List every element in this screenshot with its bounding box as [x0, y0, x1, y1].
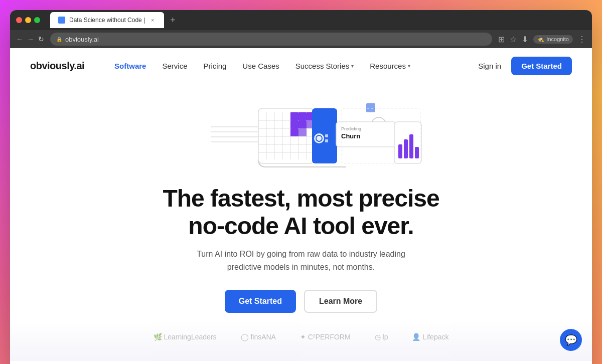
maximize-button[interactable] — [34, 17, 40, 23]
reload-button[interactable]: ↻ — [38, 35, 44, 43]
address-input[interactable]: 🔒 obviously.ai — [50, 33, 492, 46]
tab-bar: Data Science without Code | × + — [50, 12, 586, 28]
hero-title: The fastest, most precise no-code AI too… — [150, 185, 452, 240]
svg-rect-23 — [298, 120, 307, 128]
incognito-label: Incognito — [546, 36, 569, 42]
close-button[interactable] — [16, 17, 22, 23]
nav-right: Sign in Get Started — [478, 57, 572, 75]
svg-rect-20 — [298, 112, 307, 120]
svg-rect-30 — [325, 134, 328, 137]
lock-icon: 🔒 — [56, 37, 62, 42]
sign-in-button[interactable]: Sign in — [478, 62, 501, 70]
browser-window: Data Science without Code | × + ← → ↻ 🔒 … — [10, 10, 592, 364]
incognito-badge: 🕵 Incognito — [533, 35, 573, 44]
nav-pricing[interactable]: Pricing — [204, 62, 227, 70]
navbar: obviously.ai Software Service Pricing Us… — [10, 48, 592, 84]
chat-bubble-button[interactable]: 💬 — [560, 329, 582, 351]
cta-buttons: Get Started Learn More — [225, 290, 378, 313]
tab-close-button[interactable]: × — [149, 17, 156, 24]
svg-rect-36 — [398, 144, 402, 158]
nav-buttons: ← → ↻ — [16, 35, 44, 43]
menu-icon[interactable]: ⋮ — [578, 35, 586, 44]
nav-service[interactable]: Service — [162, 62, 187, 70]
svg-rect-0 — [366, 103, 375, 112]
page-content: obviously.ai Software Service Pricing Us… — [10, 48, 592, 361]
svg-rect-37 — [404, 139, 408, 158]
bookmark-icon[interactable]: ☆ — [510, 35, 517, 44]
nav-software[interactable]: Software — [114, 62, 146, 70]
extensions-icon: ⊞ — [498, 35, 505, 44]
minimize-button[interactable] — [25, 17, 31, 23]
resources-chevron-icon: ▾ — [408, 63, 410, 69]
get-started-nav-button[interactable]: Get Started — [511, 57, 572, 75]
toolbar-right: ⊞ ☆ ⬇ 🕵 Incognito ⋮ — [498, 35, 586, 44]
svg-rect-31 — [325, 139, 328, 142]
incognito-icon: 🕵 — [537, 36, 544, 43]
svg-rect-39 — [415, 147, 419, 158]
nav-success-stories[interactable]: Success Stories ▾ — [295, 62, 354, 70]
svg-rect-24 — [290, 128, 298, 136]
nav-links: Software Service Pricing Use Cases Succe… — [114, 62, 478, 70]
tab-title: Data Science without Code | — [69, 17, 145, 24]
success-stories-chevron-icon: ▾ — [351, 63, 354, 69]
svg-text:Predicting:: Predicting: — [341, 126, 363, 131]
bottom-gradient — [10, 321, 592, 361]
traffic-lights — [16, 17, 40, 23]
tab-favicon — [58, 17, 65, 24]
svg-rect-19 — [290, 112, 298, 120]
chat-icon: 💬 — [565, 334, 577, 346]
forward-button[interactable]: → — [27, 35, 34, 43]
svg-text:Churn: Churn — [341, 132, 360, 140]
hero-illustration: Predicting: Churn — [171, 94, 431, 174]
logo[interactable]: obviously.ai — [30, 60, 84, 72]
active-tab[interactable]: Data Science without Code | × — [50, 12, 164, 28]
svg-rect-38 — [409, 134, 413, 158]
get-started-hero-button[interactable]: Get Started — [225, 290, 296, 313]
hero-section: Predicting: Churn The fastest, most prec — [10, 84, 592, 361]
new-tab-button[interactable]: + — [166, 15, 180, 26]
title-bar: Data Science without Code | × + — [10, 10, 592, 30]
svg-rect-22 — [290, 120, 298, 128]
download-icon[interactable]: ⬇ — [522, 35, 528, 44]
back-button[interactable]: ← — [16, 35, 23, 43]
svg-rect-25 — [298, 128, 307, 136]
nav-resources[interactable]: Resources ▾ — [370, 62, 410, 70]
nav-use-cases[interactable]: Use Cases — [242, 62, 279, 70]
address-text: obviously.ai — [65, 36, 99, 43]
hero-subtitle: Turn AI into ROI by going from raw data … — [196, 248, 406, 273]
learn-more-button[interactable]: Learn More — [304, 290, 377, 313]
address-bar: ← → ↻ 🔒 obviously.ai ⊞ ☆ ⬇ 🕵 Incognito ⋮ — [10, 30, 592, 48]
